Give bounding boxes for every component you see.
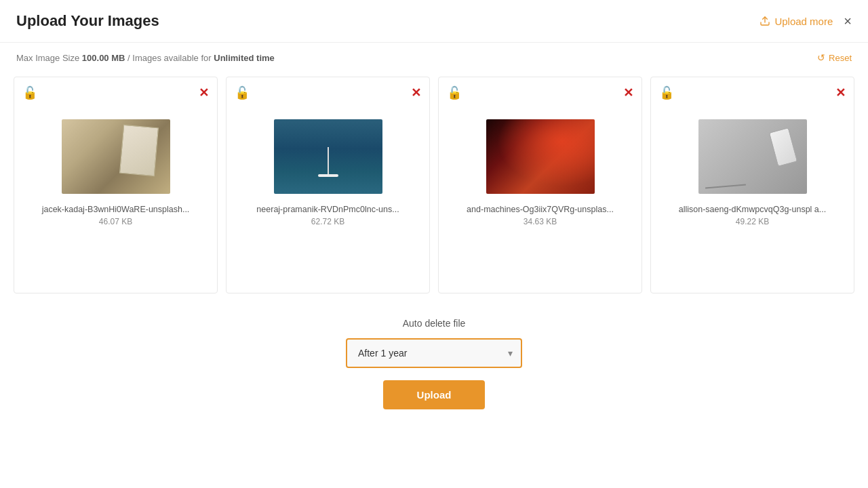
- remove-icon[interactable]: ✕: [411, 87, 421, 99]
- lock-icon[interactable]: 🔓: [235, 85, 250, 100]
- header-actions: Upload more ×: [760, 14, 852, 28]
- card-top-icons: 🔓 ✕: [659, 85, 846, 100]
- image-name: jacek-kadaj-B3wnHi0WaRE-unsplash...: [42, 205, 190, 214]
- page-title: Upload Your Images: [16, 12, 159, 30]
- card-top-icons: 🔓 ✕: [447, 85, 633, 100]
- image-name: neeraj-pramanik-RVDnPmc0lnc-uns...: [256, 205, 399, 214]
- image-card: 🔓 ✕ neeraj-pramanik-RVDnPmc0lnc-uns... 6…: [226, 77, 430, 293]
- auto-delete-select-wrapper: After 1 year After 6 months After 3 mont…: [346, 338, 522, 368]
- card-top-icons: 🔓 ✕: [22, 85, 209, 100]
- lock-icon[interactable]: 🔓: [22, 85, 37, 100]
- upload-more-icon: [760, 16, 770, 26]
- lock-icon[interactable]: 🔓: [447, 85, 462, 100]
- images-grid: 🔓 ✕ jacek-kadaj-B3wnHi0WaRE-unsplash... …: [0, 73, 868, 298]
- header: Upload Your Images Upload more ×: [0, 0, 868, 43]
- reset-label: Reset: [829, 53, 852, 63]
- info-bar: Max Image Size 100.00 MB / Images availa…: [0, 43, 868, 73]
- remove-icon[interactable]: ✕: [199, 87, 209, 99]
- remove-icon[interactable]: ✕: [835, 87, 846, 99]
- remove-icon[interactable]: ✕: [623, 87, 633, 99]
- bottom-section: Auto delete file After 1 year After 6 mo…: [0, 298, 868, 423]
- image-card: 🔓 ✕ jacek-kadaj-B3wnHi0WaRE-unsplash... …: [14, 77, 218, 293]
- card-top-icons: 🔓 ✕: [235, 85, 421, 100]
- image-size: 49.22 KB: [736, 217, 769, 226]
- upload-button[interactable]: Upload: [383, 380, 486, 409]
- image-thumbnail: [698, 119, 807, 194]
- image-thumbnail: [486, 119, 595, 194]
- image-thumbnail: [62, 119, 170, 194]
- image-size: 34.63 KB: [524, 217, 557, 226]
- info-text: Max Image Size 100.00 MB / Images availa…: [16, 53, 275, 63]
- auto-delete-select[interactable]: After 1 year After 6 months After 3 mont…: [346, 338, 522, 368]
- image-card: 🔓 ✕ and-machines-Og3iix7QVRg-unsplas... …: [438, 77, 642, 293]
- image-size: 46.07 KB: [99, 217, 132, 226]
- auto-delete-label: Auto delete file: [403, 318, 466, 329]
- image-name: and-machines-Og3iix7QVRg-unsplas...: [467, 205, 614, 214]
- reset-button[interactable]: ↺ Reset: [817, 52, 852, 63]
- image-thumbnail: [274, 119, 382, 194]
- image-card: 🔓 ✕ allison-saeng-dKmwpcvqQ3g-unspl a...…: [650, 77, 854, 293]
- lock-icon[interactable]: 🔓: [659, 85, 674, 100]
- upload-more-button[interactable]: Upload more: [760, 16, 833, 27]
- close-button[interactable]: ×: [844, 14, 852, 28]
- image-size: 62.72 KB: [311, 217, 344, 226]
- upload-more-label: Upload more: [774, 16, 833, 27]
- reset-icon: ↺: [817, 52, 825, 63]
- image-name: allison-saeng-dKmwpcvqQ3g-unspl a...: [679, 205, 826, 214]
